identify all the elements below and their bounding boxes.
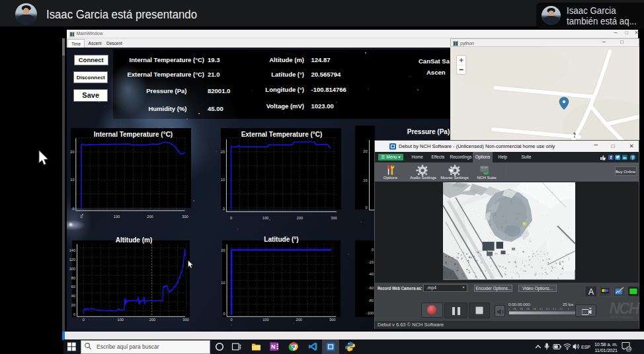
svg-text:0: 0 — [72, 207, 74, 211]
svg-text:0: 0 — [80, 215, 82, 219]
svg-text:20: 20 — [70, 150, 74, 154]
svg-text:0: 0 — [73, 312, 75, 316]
svg-text:Altitude (m): Altitude (m) — [115, 236, 152, 244]
svg-text:10: 10 — [221, 281, 225, 285]
svg-text:140: 140 — [69, 248, 75, 252]
svg-text:-6: -6 — [545, 308, 547, 310]
svg-text:10: 10 — [70, 178, 74, 182]
svg-text:20: 20 — [220, 150, 224, 154]
svg-text:-2: -2 — [559, 308, 561, 310]
svg-text:-10: -10 — [532, 308, 536, 310]
svg-text:in: in — [623, 155, 627, 159]
svg-text:200: 200 — [296, 216, 302, 220]
svg-text:0:00:00.000: 0:00:00.000 — [508, 302, 530, 306]
svg-text:100: 100 — [113, 215, 119, 219]
svg-text:-60: -60 — [368, 286, 373, 290]
svg-text:200: 200 — [149, 318, 155, 322]
svg-text:120: 120 — [69, 258, 75, 262]
svg-text:A: A — [588, 287, 593, 296]
svg-text:15: 15 — [627, 347, 631, 351]
svg-text:100: 100 — [69, 267, 75, 271]
svg-text:-20: -20 — [368, 260, 373, 264]
svg-text:20: 20 — [363, 149, 367, 153]
svg-text:10: 10 — [363, 178, 367, 182]
svg-text:0: 0 — [82, 318, 84, 322]
svg-text:0: 0 — [229, 216, 231, 220]
svg-text:-20: -20 — [526, 308, 529, 310]
svg-text:300: 300 — [331, 216, 337, 220]
svg-text:40: 40 — [71, 294, 75, 298]
svg-text:300: 300 — [329, 318, 335, 322]
svg-text:?: ? — [631, 155, 633, 160]
svg-text:11/01/2021: 11/01/2021 — [594, 348, 618, 353]
svg-text:External Temperature (°C): External Temperature (°C) — [241, 131, 322, 138]
svg-text:0: 0 — [365, 205, 367, 209]
svg-text:60: 60 — [71, 285, 75, 289]
svg-text:Pressure (Pa): Pressure (Pa) — [407, 128, 449, 135]
svg-text:Internal Temperature (°C): Internal Temperature (°C) — [93, 131, 172, 138]
svg-text:-80: -80 — [368, 299, 373, 302]
svg-text:-40: -40 — [368, 272, 373, 276]
svg-text:300: 300 — [182, 318, 188, 322]
svg-text:-4: -4 — [552, 308, 554, 310]
svg-text:10: 10 — [220, 178, 224, 182]
svg-text:25 fps: 25 fps — [563, 302, 573, 306]
svg-text:80: 80 — [71, 276, 75, 280]
svg-text:100: 100 — [117, 318, 123, 322]
svg-text:20: 20 — [71, 303, 75, 307]
svg-text:0: 0 — [371, 248, 373, 252]
svg-text:200: 200 — [296, 318, 302, 322]
svg-text:N: N — [271, 343, 276, 350]
svg-text:-30: -30 — [519, 308, 522, 310]
svg-text:0: 0 — [222, 207, 224, 211]
svg-text:100: 100 — [262, 216, 268, 220]
svg-text:200: 200 — [147, 215, 153, 219]
svg-text:300: 300 — [182, 215, 188, 219]
svg-text:100: 100 — [262, 318, 268, 322]
svg-text:-40: -40 — [512, 308, 516, 310]
svg-text:-100: -100 — [366, 311, 373, 315]
svg-text:Latitude (°): Latitude (°) — [264, 236, 298, 243]
svg-text:0: 0 — [223, 312, 225, 316]
svg-text:0: 0 — [230, 318, 232, 322]
svg-text:-8: -8 — [539, 308, 541, 310]
svg-text:20: 20 — [221, 248, 225, 252]
svg-text:ESP: ESP — [581, 345, 590, 349]
svg-text:10:58 a. m.: 10:58 a. m. — [594, 342, 618, 347]
